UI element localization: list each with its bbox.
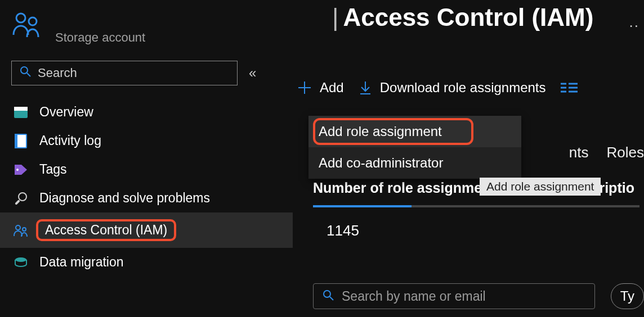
svg-point-14 <box>15 257 26 262</box>
more-icon[interactable]: ·· <box>629 17 639 34</box>
svg-rect-5 <box>14 107 28 111</box>
tags-icon <box>11 164 30 176</box>
svg-rect-8 <box>15 134 17 148</box>
sidebar-item-label: Data migration <box>39 255 124 270</box>
sidebar-item-activity-log[interactable]: Activity log <box>11 126 293 155</box>
dd-item-label: Add role assignment <box>319 124 442 139</box>
add-role-assignment-item[interactable]: Add role assignment <box>308 116 521 147</box>
type-filter-pill[interactable]: Ty <box>611 283 644 309</box>
add-co-administrator-item[interactable]: Add co-administrator Add role assignment <box>308 147 521 179</box>
sidebar-item-label: Overview <box>39 105 93 120</box>
filter-search[interactable] <box>313 283 595 309</box>
activity-log-icon <box>11 134 30 148</box>
highlight-access-control: Access Control (IAM) <box>36 219 176 241</box>
add-label: Add <box>320 80 344 96</box>
sidebar-item-data-migration[interactable]: Data migration <box>11 248 293 277</box>
tooltip: Add role assignment <box>480 178 601 196</box>
download-icon <box>359 80 372 95</box>
sidebar-item-overview[interactable]: Overview <box>11 98 293 126</box>
collapse-sidebar-icon[interactable]: « <box>249 65 256 81</box>
type-filter-label: Ty <box>620 288 634 304</box>
assignments-count: 1145 <box>327 222 644 239</box>
sidebar-item-label: Access Control (IAM) <box>45 223 167 237</box>
title-divider: | <box>332 3 338 31</box>
sidebar-item-label: Tags <box>39 162 67 177</box>
svg-point-0 <box>16 13 25 22</box>
tab-roles[interactable]: Roles <box>607 144 644 161</box>
plus-icon <box>297 80 312 95</box>
svg-point-25 <box>324 291 330 297</box>
svg-point-1 <box>29 17 37 25</box>
assignments-progress-fill <box>313 205 412 207</box>
access-control-icon <box>11 224 30 237</box>
sidebar-item-label: Activity log <box>39 133 101 148</box>
list-view-icon[interactable] <box>561 81 578 94</box>
overview-icon <box>11 107 30 118</box>
search-icon <box>323 289 334 303</box>
add-dropdown: Add role assignment Add co-administrator… <box>308 116 521 179</box>
download-label: Download role assignments <box>380 80 546 96</box>
search-icon <box>20 66 31 80</box>
svg-point-10 <box>19 193 26 201</box>
resource-type-label: Storage account <box>55 30 145 45</box>
sidebar-search-input[interactable] <box>38 66 229 80</box>
assignments-progress <box>313 205 639 207</box>
svg-point-9 <box>16 169 19 171</box>
page-title: Access Control (IAM) <box>343 3 593 31</box>
sidebar-search[interactable] <box>11 61 238 85</box>
svg-line-26 <box>330 297 333 300</box>
svg-point-2 <box>21 67 28 74</box>
sidebar-item-label: Diagnose and solve problems <box>39 191 210 206</box>
dd-item-label: Add co-administrator <box>319 155 443 170</box>
add-button[interactable]: Add <box>297 80 344 96</box>
data-migration-icon <box>11 256 30 269</box>
diagnose-icon <box>11 191 30 206</box>
tab-assignments-partial[interactable]: nts <box>569 144 589 161</box>
people-icon <box>11 11 44 38</box>
sidebar-item-tags[interactable]: Tags <box>11 155 293 184</box>
svg-point-12 <box>16 225 20 230</box>
download-role-assignments-button[interactable]: Download role assignments <box>359 80 546 96</box>
svg-point-13 <box>23 228 26 231</box>
sidebar-item-diagnose[interactable]: Diagnose and solve problems <box>11 184 293 212</box>
svg-line-3 <box>27 73 30 76</box>
sidebar-item-access-control[interactable]: Access Control (IAM) <box>0 212 293 248</box>
filter-search-input[interactable] <box>342 289 585 304</box>
svg-rect-11 <box>15 200 20 205</box>
